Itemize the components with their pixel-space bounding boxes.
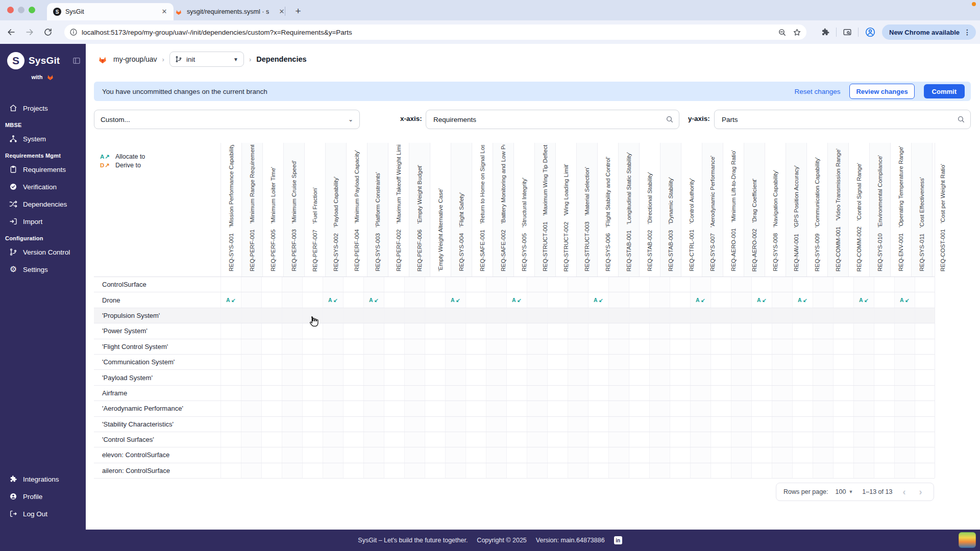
matrix-cell[interactable]: A ↙ — [445, 292, 465, 307]
matrix-cell[interactable] — [915, 355, 935, 369]
matrix-cell[interactable] — [751, 432, 772, 447]
matrix-column-header[interactable]: REQ-STAB-003 'Dynamic Stability' — [660, 143, 681, 277]
matrix-column-header[interactable]: REQ-STAB-001 'Longitudinal Static Stabil… — [618, 143, 639, 277]
matrix-cell[interactable] — [506, 339, 527, 354]
matrix-cell[interactable] — [649, 339, 670, 354]
matrix-cell[interactable]: A ↙ — [588, 292, 608, 307]
matrix-cell[interactable] — [425, 339, 445, 354]
matrix-cell[interactable] — [690, 339, 710, 354]
matrix-cell[interactable] — [731, 386, 751, 400]
browser-menu-icon[interactable]: ⋮ — [964, 28, 971, 36]
matrix-cell[interactable] — [772, 463, 792, 478]
matrix-cell[interactable] — [894, 370, 915, 385]
matrix-cell[interactable] — [363, 463, 384, 478]
matrix-cell[interactable] — [568, 355, 588, 369]
matrix-cell[interactable] — [915, 432, 935, 447]
matrix-cell[interactable] — [363, 386, 384, 400]
matrix-cell[interactable] — [608, 386, 629, 400]
matrix-column-header[interactable]: REQ-SYS-007 'Aerodynamic Performance' — [702, 143, 723, 277]
matrix-cell[interactable] — [220, 401, 241, 416]
matrix-cell[interactable] — [710, 463, 731, 478]
matrix-cell[interactable] — [282, 401, 302, 416]
branch-selector[interactable]: init ▼ — [169, 52, 244, 67]
matrix-cell[interactable] — [404, 417, 425, 432]
matrix-cell[interactable] — [323, 308, 343, 323]
matrix-cell[interactable] — [282, 277, 302, 292]
matrix-cell[interactable] — [261, 355, 282, 369]
matrix-cell[interactable] — [833, 447, 853, 462]
matrix-cell[interactable] — [425, 277, 445, 292]
matrix-cell[interactable] — [363, 308, 384, 323]
matrix-cell[interactable] — [833, 417, 853, 432]
matrix-cell[interactable] — [588, 386, 608, 400]
matrix-cell[interactable] — [261, 370, 282, 385]
matrix-column-header[interactable]: REQ-COST-001 'Cost per Weight Ratio' — [932, 143, 953, 277]
matrix-cell[interactable] — [404, 447, 425, 462]
matrix-cell[interactable] — [894, 339, 915, 354]
matrix-cell[interactable] — [915, 323, 935, 338]
matrix-row-label[interactable]: 'Power System' — [94, 323, 220, 338]
matrix-cell[interactable] — [813, 292, 833, 307]
matrix-cell[interactable] — [404, 339, 425, 354]
matrix-cell[interactable] — [261, 323, 282, 338]
matrix-cell[interactable] — [813, 277, 833, 292]
matrix-cell[interactable] — [629, 355, 649, 369]
matrix-cell[interactable] — [282, 370, 302, 385]
matrix-cell[interactable] — [731, 417, 751, 432]
matrix-cell[interactable] — [547, 323, 568, 338]
matrix-cell[interactable] — [282, 463, 302, 478]
matrix-cell[interactable] — [608, 323, 629, 338]
matrix-cell[interactable] — [690, 401, 710, 416]
matrix-cell[interactable] — [343, 292, 363, 307]
matrix-cell[interactable] — [527, 339, 547, 354]
matrix-cell[interactable] — [282, 355, 302, 369]
matrix-cell[interactable] — [241, 447, 261, 462]
matrix-cell[interactable] — [302, 417, 323, 432]
matrix-cell[interactable] — [220, 355, 241, 369]
matrix-cell[interactable] — [731, 339, 751, 354]
matrix-cell[interactable] — [404, 308, 425, 323]
matrix-cell[interactable] — [261, 447, 282, 462]
matrix-cell[interactable] — [465, 323, 486, 338]
matrix-cell[interactable]: A ↙ — [323, 292, 343, 307]
matrix-cell[interactable] — [241, 339, 261, 354]
matrix-cell[interactable] — [220, 463, 241, 478]
matrix-cell[interactable] — [772, 339, 792, 354]
matrix-cell[interactable] — [465, 432, 486, 447]
matrix-cell[interactable] — [670, 447, 690, 462]
matrix-cell[interactable] — [649, 386, 670, 400]
matrix-cell[interactable] — [792, 401, 813, 416]
matrix-cell[interactable] — [813, 386, 833, 400]
matrix-cell[interactable] — [465, 401, 486, 416]
matrix-cell[interactable] — [425, 463, 445, 478]
matrix-cell[interactable] — [772, 401, 792, 416]
matrix-cell[interactable] — [608, 447, 629, 462]
matrix-cell[interactable] — [588, 401, 608, 416]
extensions-icon[interactable] — [821, 28, 830, 37]
matrix-cell[interactable]: A ↙ — [506, 292, 527, 307]
matrix-cell[interactable] — [241, 370, 261, 385]
matrix-cell[interactable] — [384, 339, 404, 354]
matrix-cell[interactable] — [343, 323, 363, 338]
breadcrumb-project[interactable]: my-group/uav — [113, 55, 157, 63]
matrix-cell[interactable] — [710, 417, 731, 432]
matrix-cell[interactable] — [282, 447, 302, 462]
matrix-cell[interactable] — [833, 323, 853, 338]
matrix-cell[interactable] — [323, 401, 343, 416]
matrix-cell[interactable] — [547, 370, 568, 385]
matrix-column-header[interactable]: REQ-STRUCT-003 'Material Selection' — [576, 143, 597, 277]
matrix-cell[interactable] — [261, 277, 282, 292]
matrix-cell[interactable] — [629, 386, 649, 400]
matrix-cell[interactable] — [588, 432, 608, 447]
matrix-cell[interactable] — [363, 417, 384, 432]
matrix-cell[interactable] — [568, 308, 588, 323]
matrix-cell[interactable] — [220, 447, 241, 462]
matrix-cell[interactable] — [731, 463, 751, 478]
matrix-cell[interactable] — [670, 432, 690, 447]
matrix-cell[interactable] — [220, 323, 241, 338]
matrix-cell[interactable] — [241, 308, 261, 323]
window-minimize-button[interactable] — [18, 7, 24, 13]
matrix-cell[interactable] — [568, 447, 588, 462]
matrix-cell[interactable] — [343, 447, 363, 462]
sidebar-collapse-icon[interactable] — [72, 57, 81, 65]
